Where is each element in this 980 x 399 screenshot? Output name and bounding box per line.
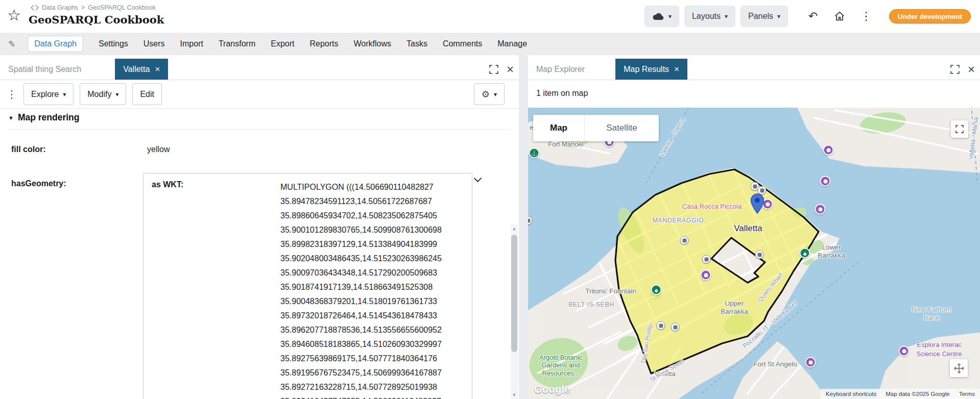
map-canvas[interactable]: ⚓ ♣ ♣ Fort Manoel MANDERAGGIO Casa Rocca… bbox=[528, 108, 980, 399]
fullscreen-icon bbox=[955, 125, 964, 133]
poi-icon[interactable] bbox=[823, 145, 834, 156]
poi-icon-esplora[interactable] bbox=[899, 346, 910, 357]
transit-stop-icon[interactable] bbox=[702, 255, 711, 264]
nav-tab-comments[interactable]: Comments bbox=[443, 39, 482, 48]
home-icon bbox=[834, 11, 845, 22]
map-label-esplora-line2: Science Centre bbox=[917, 350, 962, 358]
fullscreen-button[interactable] bbox=[951, 120, 968, 138]
wkt-value-box[interactable]: as WKT: MULTIPOLYGON (((14.5066901104828… bbox=[143, 173, 472, 399]
home-button[interactable] bbox=[829, 6, 850, 27]
caret-down-icon: ▾ bbox=[668, 13, 672, 20]
tab-valletta[interactable]: Valletta × bbox=[115, 59, 168, 80]
spatial-search-panel: Spatial thing Search Valletta × × ⋮ Expl… bbox=[0, 55, 519, 399]
main-nav: ✎ Data Graph Settings Users Import Trans… bbox=[0, 33, 980, 55]
nav-tab-data-graph[interactable]: Data Graph bbox=[28, 36, 83, 52]
pan-control-button[interactable] bbox=[950, 359, 968, 377]
tab-map-results-label: Map Results bbox=[624, 65, 669, 74]
close-icon[interactable]: × bbox=[507, 64, 514, 74]
panel-title-spatial-thing-search[interactable]: Spatial thing Search bbox=[0, 59, 89, 80]
field-value-fill-color: yellow bbox=[147, 145, 170, 154]
keyboard-shortcuts-link[interactable]: Keyboard shortcuts bbox=[826, 391, 876, 397]
close-icon[interactable]: × bbox=[968, 64, 975, 74]
panel-divider[interactable] bbox=[519, 55, 528, 399]
tab-map-explorer[interactable]: Map Explorer bbox=[528, 59, 593, 80]
park-icon[interactable]: ♣ bbox=[800, 248, 810, 259]
undo-icon: ↶ bbox=[808, 10, 818, 23]
edit-button[interactable]: Edit bbox=[132, 83, 162, 105]
caret-down-icon: ▾ bbox=[63, 91, 66, 98]
nav-tab-settings[interactable]: Settings bbox=[99, 39, 128, 48]
nav-tab-users[interactable]: Users bbox=[144, 39, 165, 48]
map-type-button-map[interactable]: Map bbox=[533, 115, 584, 141]
breadcrumb: Data Graphs > GeoSPARQL Cookbook bbox=[31, 4, 156, 11]
pan-arrows-icon bbox=[953, 363, 965, 374]
google-logo[interactable]: Google bbox=[534, 384, 570, 395]
kebab-icon: ⋮ bbox=[861, 10, 872, 23]
nav-tab-import[interactable]: Import bbox=[180, 39, 203, 48]
left-panel-tabs: Spatial thing Search Valletta × × bbox=[0, 59, 519, 80]
transit-stop-icon[interactable] bbox=[680, 236, 689, 245]
transit-stop-icon[interactable] bbox=[657, 321, 665, 330]
chevron-down-icon[interactable] bbox=[474, 174, 482, 183]
tab-map-results[interactable]: Map Results × bbox=[615, 59, 687, 80]
map-label-valletta: Valletta bbox=[734, 223, 762, 234]
edit-pencil-icon[interactable]: ✎ bbox=[8, 39, 15, 49]
map-attribution: Keyboard shortcuts Map data ©2025 Google… bbox=[821, 389, 980, 399]
nav-tab-workflows[interactable]: Workflows bbox=[354, 39, 392, 48]
map-type-button-satellite[interactable]: Satellite bbox=[584, 115, 659, 141]
poi-icon[interactable] bbox=[815, 204, 826, 215]
layouts-button[interactable]: Layouts ▾ bbox=[684, 6, 735, 27]
field-label-has-geometry: hasGeometry: bbox=[11, 179, 66, 188]
kebab-icon[interactable]: ⋮ bbox=[6, 88, 17, 101]
map-label-manderaggio: MANDERAGGIO bbox=[653, 217, 704, 224]
settings-gear-button[interactable]: ⚙ ▾ bbox=[474, 83, 505, 105]
breadcrumb-root[interactable]: Data Graphs bbox=[42, 4, 78, 11]
map-type-control: Map Satellite bbox=[533, 115, 659, 141]
section-map-rendering[interactable]: ▼ Map rendering bbox=[8, 112, 79, 123]
panels-label: Panels bbox=[748, 12, 773, 21]
park-icon[interactable]: ♣ bbox=[651, 285, 662, 295]
app-window: ☆ Data Graphs > GeoSPARQL Cookbook GeoSP… bbox=[0, 0, 980, 399]
left-toolbar: ⋮ Explore ▾ Modify ▾ Edit ⚙ ▾ bbox=[0, 80, 519, 109]
transit-stop-icon[interactable] bbox=[755, 251, 764, 259]
map-data-text: Map data ©2025 Google bbox=[886, 391, 949, 397]
scroll-down-arrow-icon[interactable]: ▼ bbox=[511, 392, 518, 397]
poi-icon-museum[interactable] bbox=[701, 270, 711, 281]
wkt-text: MULTIPOLYGON (((14.506690110482827 35.89… bbox=[280, 180, 442, 399]
kebab-menu-button[interactable]: ⋮ bbox=[855, 6, 877, 27]
map-label-lower-barrakka: Lower Barrakka bbox=[813, 243, 850, 260]
scroll-up-arrow-icon[interactable]: ▲ bbox=[511, 226, 518, 231]
expand-icon[interactable] bbox=[489, 65, 498, 74]
poi-icon[interactable] bbox=[820, 176, 831, 187]
nav-tab-export[interactable]: Export bbox=[271, 39, 294, 48]
cloud-menu-button[interactable]: ▾ bbox=[644, 6, 679, 27]
under-development-badge: Under development bbox=[889, 9, 971, 23]
transit-stop-icon[interactable] bbox=[671, 323, 680, 332]
explore-button[interactable]: Explore ▾ bbox=[23, 83, 74, 105]
section-divider bbox=[7, 129, 511, 130]
close-icon[interactable]: × bbox=[155, 64, 160, 74]
expand-icon[interactable] bbox=[950, 65, 960, 74]
breadcrumb-current[interactable]: GeoSPARQL Cookbook bbox=[88, 4, 156, 11]
left-panel-scrollbar[interactable]: ▲ ▼ bbox=[511, 225, 518, 399]
status-items-count: 1 item on map bbox=[536, 89, 588, 98]
nav-tab-transform[interactable]: Transform bbox=[219, 39, 255, 48]
right-panel-tabs: Map Explorer Map Results × × bbox=[528, 59, 980, 80]
map-results-panel: Map Explorer Map Results × × 1 item on m… bbox=[528, 55, 980, 399]
favorite-star-icon[interactable]: ☆ bbox=[7, 7, 21, 23]
undo-button[interactable]: ↶ bbox=[802, 6, 824, 27]
field-label-fill-color: fill color: bbox=[11, 145, 46, 154]
nav-tab-tasks[interactable]: Tasks bbox=[407, 39, 427, 48]
ferry-terminal-icon[interactable]: ⚓ bbox=[529, 148, 540, 159]
nav-tab-reports[interactable]: Reports bbox=[309, 39, 338, 48]
modify-button[interactable]: Modify ▾ bbox=[80, 83, 126, 105]
terms-link[interactable]: Terms bbox=[959, 391, 975, 397]
poi-icon-fort-st-angelo[interactable] bbox=[805, 357, 816, 368]
explore-label: Explore bbox=[31, 90, 59, 99]
header-actions: ▾ Layouts ▾ Panels ▾ ↶ ⋮ Unde bbox=[644, 5, 971, 28]
panels-button[interactable]: Panels ▾ bbox=[740, 6, 788, 27]
close-icon[interactable]: × bbox=[674, 64, 679, 74]
map-marker-pin[interactable] bbox=[751, 193, 764, 216]
scrollbar-thumb[interactable] bbox=[511, 235, 517, 352]
nav-tab-manage[interactable]: Manage bbox=[497, 39, 527, 48]
